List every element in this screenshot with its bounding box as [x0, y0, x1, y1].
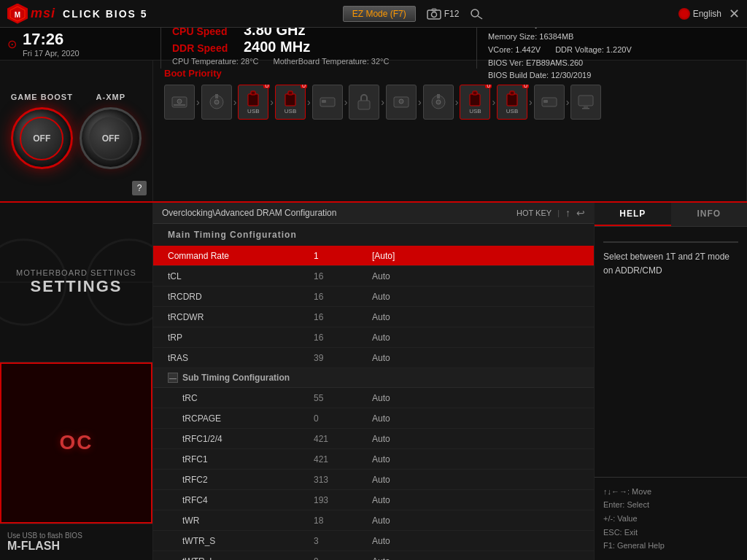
- row-setting: Auto: [372, 271, 579, 281]
- row-value: 16: [314, 271, 372, 281]
- svg-rect-32: [584, 106, 588, 108]
- main-timing-header: Main Timing Configuration: [153, 224, 594, 246]
- table-row[interactable]: tRC 55 Auto: [153, 388, 594, 408]
- table-row[interactable]: tRP 16 Auto: [153, 327, 594, 348]
- boot-device-card[interactable]: [312, 85, 343, 120]
- row-setting: Auto: [372, 495, 579, 505]
- hotkey-label: HOT KEY: [516, 209, 551, 217]
- boot-device-3: U USB: [238, 85, 268, 120]
- row-value: 1: [314, 251, 372, 261]
- svg-text:M: M: [15, 11, 20, 19]
- separator-bar: |: [557, 209, 560, 217]
- row-name: tRP: [168, 332, 314, 343]
- row-setting: Auto: [372, 536, 579, 546]
- row-value: 313: [314, 475, 372, 485]
- svg-rect-33: [582, 108, 589, 109]
- svg-rect-14: [251, 91, 255, 95]
- main-timing-rows: Command Rate 1 [Auto] tCL 16 Auto tRCDRD…: [153, 246, 594, 368]
- right-separator-top: [603, 241, 738, 243]
- search-button[interactable]: [470, 8, 483, 20]
- row-value: 421: [314, 434, 372, 444]
- table-row[interactable]: tRFC2 313 Auto: [153, 470, 594, 490]
- row-name: tCL: [168, 271, 314, 281]
- usb-icon-2: [283, 90, 298, 106]
- sidebar-item-mflash[interactable]: Use USB to flash BIOS M-FLASH: [0, 524, 152, 560]
- back-icon[interactable]: ↑: [565, 207, 570, 219]
- row-name: tWTR_L: [168, 556, 314, 561]
- right-content: Select between 1T and 2T mode on ADDR/CM…: [595, 227, 747, 477]
- game-boost-knob[interactable]: OFF: [11, 107, 73, 169]
- row-value: 3: [314, 536, 372, 546]
- ddr-speed-value: 2400 MHz: [244, 39, 310, 55]
- boot-device-usb1[interactable]: U USB: [238, 85, 268, 120]
- table-row[interactable]: tCL 16 Auto: [153, 266, 594, 287]
- boot-device-card2[interactable]: [534, 85, 565, 120]
- row-name: tRFC1: [168, 454, 314, 464]
- svg-rect-25: [470, 94, 480, 106]
- boot-device-hdd[interactable]: [164, 85, 195, 120]
- table-row[interactable]: tRCDWR 16 Auto: [153, 307, 594, 327]
- table-row[interactable]: tRFC1/2/4 421 Auto: [153, 429, 594, 449]
- row-value: 9: [314, 556, 372, 561]
- table-row[interactable]: tRFC4 193 Auto: [153, 490, 594, 510]
- axmp-knob[interactable]: OFF: [80, 107, 142, 169]
- screenshot-button[interactable]: F12: [427, 8, 460, 20]
- tab-help[interactable]: HELP: [595, 203, 671, 226]
- boot-device-4: U USB: [275, 85, 306, 120]
- ddr-speed-row: DDR Speed 2400 MHz: [172, 39, 465, 55]
- boot-device-disc2[interactable]: [423, 85, 454, 120]
- memory-info: Memory Size: 16384MB: [488, 31, 573, 44]
- svg-point-3: [431, 12, 436, 17]
- breadcrumb-bar: Overclocking\Advanced DRAM Configuration…: [153, 203, 594, 224]
- row-value: 18: [314, 516, 372, 526]
- row-setting: Auto: [372, 475, 579, 485]
- boot-device-hdd2[interactable]: [386, 85, 417, 120]
- ez-mode-button[interactable]: EZ Mode (F7): [343, 6, 416, 22]
- axmp-section: A-XMP OFF: [80, 93, 142, 169]
- row-setting: Auto: [372, 413, 579, 424]
- row-setting: [Auto]: [372, 251, 579, 261]
- disc-icon: [208, 93, 225, 110]
- left-controls: GAME BOOST OFF A-XMP OFF ?: [0, 61, 153, 201]
- table-row[interactable]: tRCPAGE 0 Auto: [153, 408, 594, 429]
- clock-icon: ⊙: [7, 37, 17, 51]
- hotkey-area: HOT KEY | ↑ ↩: [516, 207, 585, 219]
- usb-icon-3: [468, 90, 482, 106]
- table-row[interactable]: tRCDRD 16 Auto: [153, 287, 594, 307]
- row-name: tRFC4: [168, 495, 314, 505]
- boot-device-usb4[interactable]: U USB: [497, 85, 527, 120]
- table-row[interactable]: tWTR_S 3 Auto: [153, 531, 594, 551]
- boot-devices: › › U USB › U: [164, 85, 735, 120]
- sidebar-item-settings[interactable]: Motherboard settings SETTINGS: [0, 203, 152, 362]
- boot-device-usb2[interactable]: U USB: [275, 85, 306, 120]
- return-icon[interactable]: ↩: [576, 207, 585, 219]
- logo-area: M msi CLICK BIOS 5: [7, 4, 148, 24]
- f12-label: F12: [444, 9, 460, 19]
- boot-device-usb3[interactable]: U USB: [460, 85, 490, 120]
- boot-device-monitor[interactable]: [570, 85, 601, 120]
- arrow-8: ›: [454, 96, 460, 108]
- top-center: EZ Mode (F7) F12: [343, 6, 484, 22]
- row-value: 421: [314, 454, 372, 464]
- table-row[interactable]: tWR 18 Auto: [153, 510, 594, 531]
- language-button[interactable]: English: [678, 8, 721, 20]
- lock-icon: [356, 93, 372, 110]
- table-row[interactable]: Command Rate 1 [Auto]: [153, 246, 594, 266]
- table-row[interactable]: tRAS 39 Auto: [153, 348, 594, 368]
- disc2-icon: [430, 93, 447, 110]
- close-button[interactable]: ✕: [729, 7, 740, 20]
- row-setting: Auto: [372, 312, 579, 322]
- boot-device-lock[interactable]: [349, 85, 379, 120]
- help-question-button[interactable]: ?: [132, 181, 147, 195]
- boot-device-10: U USB: [497, 85, 527, 120]
- table-row[interactable]: tWTR_L 9 Auto: [153, 551, 594, 560]
- table-row[interactable]: tRFC1 421 Auto: [153, 449, 594, 470]
- usb-icon-1: [246, 90, 260, 106]
- breadcrumb-text: Overclocking\Advanced DRAM Configuration: [162, 208, 336, 218]
- sub-timing-toggle[interactable]: —: [168, 373, 178, 383]
- hdd2-icon: [392, 93, 410, 110]
- settings-content: Main Timing Configuration Command Rate 1…: [153, 224, 594, 560]
- tab-info[interactable]: INFO: [671, 203, 748, 226]
- sidebar-item-oc[interactable]: OC: [0, 362, 152, 524]
- boot-device-disc[interactable]: [201, 85, 232, 120]
